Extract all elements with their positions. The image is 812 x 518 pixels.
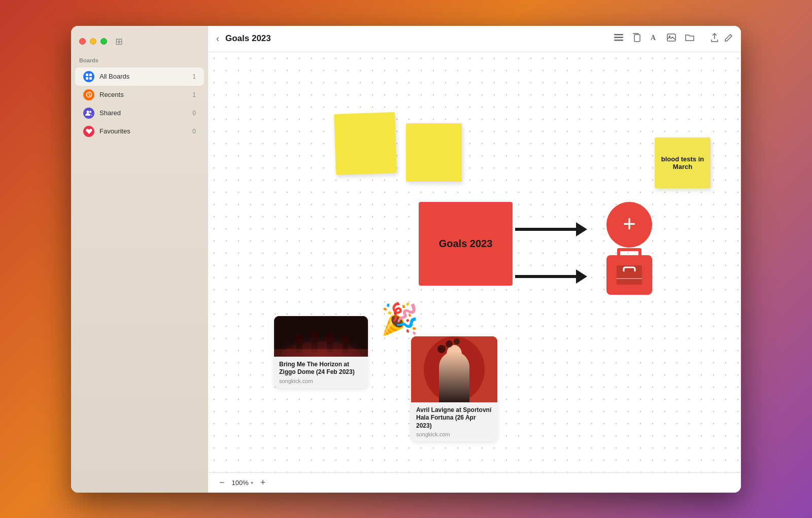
zoom-level-display[interactable]: 100% ▾ [232,479,253,487]
svg-rect-23 [296,342,302,353]
list-view-icon[interactable] [614,34,623,43]
zoom-level-text: 100% [232,479,249,487]
recents-count: 1 [192,91,196,98]
edit-icon[interactable] [725,33,733,44]
favourites-count: 0 [192,128,196,135]
svg-point-7 [87,111,89,113]
card-avril[interactable]: Avril Lavigne at Sportovní Hala Fortuna … [411,336,497,442]
toolbar-icons: A [614,33,694,44]
minimize-button[interactable] [90,38,96,45]
share-icon[interactable] [710,33,719,44]
svg-rect-9 [614,34,623,36]
card-avril-url: songkick.com [416,431,492,437]
card-avril-image [411,336,497,402]
svg-rect-25 [312,340,318,353]
app-window: ⊞ Boards All Boards 1 [71,26,741,493]
svg-rect-10 [614,37,623,39]
copy-icon[interactable] [632,33,640,44]
main-titlebar: ‹ Goals 2023 [208,26,741,52]
shared-label: Shared [99,109,187,117]
canvas-area[interactable]: blood tests in March Goals 2023 + [208,52,741,472]
shared-count: 0 [192,110,196,117]
svg-point-22 [295,334,303,344]
svg-rect-18 [617,271,641,284]
svg-rect-2 [86,77,88,80]
image-icon[interactable] [667,33,676,44]
svg-point-8 [89,111,91,113]
sidebar: ⊞ Boards All Boards 1 [71,26,208,493]
boards-section-label: Boards [71,57,208,67]
briefcase-icon[interactable] [606,255,652,295]
svg-rect-11 [614,40,623,41]
zoom-in-button[interactable]: + [257,476,269,489]
party-hat: 🎉 [381,301,419,337]
text-icon[interactable]: A [650,33,658,44]
action-icons [710,33,733,44]
maximize-button[interactable] [100,38,107,45]
medical-circle[interactable]: + [606,202,652,248]
card-avril-body: Avril Lavigne at Sportovní Hala Fortuna … [411,402,497,442]
svg-point-21 [280,341,361,357]
clock-icon [83,89,94,100]
arrow-1 [515,222,587,236]
card-bmth-image [274,316,368,357]
card-bmth-url: songkick.com [279,378,363,384]
svg-point-33 [447,345,462,363]
sidebar-item-all-boards[interactable]: All Boards 1 [75,67,204,86]
svg-point-36 [446,340,453,348]
card-bmth-title: Bring Me The Horizon at Ziggo Dome (24 F… [279,361,363,376]
svg-point-28 [342,335,349,344]
page-title: Goals 2023 [225,33,608,44]
bottom-bar: − 100% ▾ + [208,472,741,493]
sticky-note-2[interactable] [406,123,462,182]
grid-icon [83,71,94,82]
sidebar-item-favourites[interactable]: Favourites 0 [75,122,204,141]
close-button[interactable] [79,38,86,45]
cross-icon: + [623,213,636,235]
card-bmth[interactable]: Bring Me The Horizon at Ziggo Dome (24 F… [274,316,368,388]
folder-icon[interactable] [685,33,694,44]
goals-box-text: Goals 2023 [439,238,493,250]
svg-text:A: A [651,34,656,42]
sidebar-titlebar: ⊞ [71,36,208,57]
svg-rect-30 [274,349,368,357]
sidebar-item-shared[interactable]: Shared 0 [75,104,204,122]
all-boards-count: 1 [192,73,196,80]
all-boards-label: All Boards [99,73,187,80]
recents-label: Recents [99,91,187,98]
main-content: ‹ Goals 2023 [208,26,741,493]
sidebar-item-recents[interactable]: Recents 1 [75,86,204,104]
svg-line-6 [89,95,90,96]
favourites-label: Favourites [99,127,187,135]
zoom-out-button[interactable]: − [216,476,228,489]
people-icon [83,108,94,119]
svg-point-24 [311,331,319,341]
svg-point-37 [454,338,460,344]
svg-rect-12 [634,34,640,42]
zoom-dropdown-arrow: ▾ [251,480,253,486]
sticky-note-blood-tests[interactable]: blood tests in March [655,137,710,188]
heart-icon [83,126,94,137]
svg-rect-1 [89,74,92,76]
svg-rect-0 [86,74,88,76]
goals-box[interactable]: Goals 2023 [419,202,513,286]
svg-rect-34 [446,362,463,390]
card-avril-title: Avril Lavigne at Sportovní Hala Fortuna … [416,406,492,430]
svg-rect-3 [89,77,92,80]
svg-point-35 [437,345,446,353]
sidebar-toggle-button[interactable]: ⊞ [115,36,123,47]
svg-rect-20 [274,316,368,357]
sticky-note-1[interactable] [334,112,397,175]
arrow-2 [515,269,587,284]
svg-point-26 [326,333,334,343]
card-bmth-body: Bring Me The Horizon at Ziggo Dome (24 F… [274,357,368,388]
back-button[interactable]: ‹ [216,33,219,44]
svg-rect-29 [343,342,348,353]
svg-rect-27 [327,341,333,353]
